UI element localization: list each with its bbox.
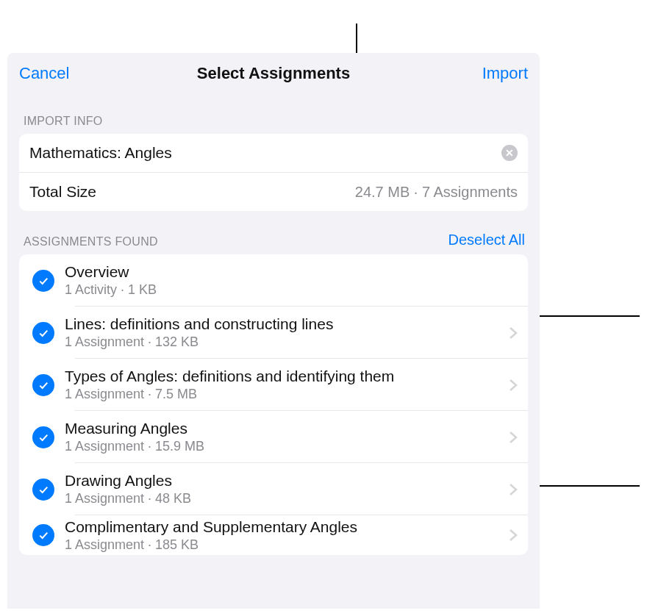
- list-item-subtitle: 1 Assignment · 48 KB: [65, 491, 503, 506]
- checkmark-icon[interactable]: [32, 374, 54, 396]
- chevron-right-icon: [509, 483, 518, 496]
- list-item[interactable]: Measuring Angles 1 Assignment · 15.9 MB: [19, 411, 528, 463]
- list-item-title: Drawing Angles: [65, 472, 503, 490]
- checkmark-icon[interactable]: [32, 426, 54, 448]
- assignments-list: Overview 1 Activity · 1 KB Lines: defini…: [19, 254, 528, 555]
- cancel-button[interactable]: Cancel: [19, 64, 69, 83]
- list-item-title: Types of Angles: definitions and identif…: [65, 368, 503, 385]
- select-assignments-panel: Cancel Select Assignments Import IMPORT …: [7, 53, 540, 609]
- checkmark-icon[interactable]: [32, 524, 54, 546]
- list-item[interactable]: Lines: definitions and constructing line…: [19, 307, 528, 359]
- list-item-subtitle: 1 Assignment · 185 KB: [65, 537, 503, 553]
- navbar: Cancel Select Assignments Import: [7, 53, 540, 94]
- list-item[interactable]: Overview 1 Activity · 1 KB: [19, 254, 528, 307]
- list-item[interactable]: Drawing Angles 1 Assignment · 48 KB: [19, 463, 528, 515]
- total-size-value: 24.7 MB · 7 Assignments: [355, 184, 518, 201]
- list-item-title: Complimentary and Supplementary Angles: [65, 518, 503, 536]
- list-item-title: Lines: definitions and constructing line…: [65, 315, 503, 333]
- list-item-subtitle: 1 Assignment · 7.5 MB: [65, 387, 503, 402]
- list-item[interactable]: Complimentary and Supplementary Angles 1…: [19, 515, 528, 555]
- list-item-subtitle: 1 Assignment · 15.9 MB: [65, 439, 503, 454]
- list-item-text: Drawing Angles 1 Assignment · 48 KB: [65, 472, 503, 506]
- chevron-right-icon: [509, 431, 518, 444]
- clear-name-icon[interactable]: [501, 145, 518, 161]
- import-name-value: Mathematics: Angles: [29, 144, 172, 162]
- list-item-subtitle: 1 Activity · 1 KB: [65, 282, 518, 298]
- checkmark-icon[interactable]: [32, 479, 54, 501]
- page-title: Select Assignments: [197, 64, 350, 83]
- chevron-right-icon: [509, 529, 518, 542]
- checkmark-icon[interactable]: [32, 322, 54, 344]
- total-size-row: Total Size 24.7 MB · 7 Assignments: [19, 173, 528, 211]
- assignments-header-label: ASSIGNMENTS FOUND: [24, 235, 158, 248]
- list-item-text: Overview 1 Activity · 1 KB: [65, 263, 518, 298]
- import-info-header: IMPORT INFO: [7, 94, 540, 134]
- list-item-subtitle: 1 Assignment · 132 KB: [65, 334, 503, 350]
- checkmark-icon[interactable]: [32, 270, 54, 292]
- list-item-text: Types of Angles: definitions and identif…: [65, 368, 503, 402]
- list-item-title: Overview: [65, 263, 518, 281]
- total-size-label: Total Size: [29, 183, 96, 201]
- deselect-all-button[interactable]: Deselect All: [448, 232, 526, 248]
- chevron-right-icon: [509, 326, 518, 340]
- import-button[interactable]: Import: [482, 64, 528, 83]
- import-info-card: Mathematics: Angles Total Size 24.7 MB ·…: [19, 134, 528, 211]
- list-item-title: Measuring Angles: [65, 420, 503, 437]
- list-item-text: Lines: definitions and constructing line…: [65, 315, 503, 350]
- chevron-right-icon: [509, 379, 518, 392]
- list-item-text: Complimentary and Supplementary Angles 1…: [65, 518, 503, 553]
- import-name-row[interactable]: Mathematics: Angles: [19, 134, 528, 173]
- assignments-header: ASSIGNMENTS FOUND Deselect All: [7, 211, 540, 254]
- list-item[interactable]: Types of Angles: definitions and identif…: [19, 359, 528, 411]
- list-item-text: Measuring Angles 1 Assignment · 15.9 MB: [65, 420, 503, 454]
- screenshot-canvas: Cancel Select Assignments Import IMPORT …: [0, 0, 672, 616]
- import-info-header-label: IMPORT INFO: [24, 115, 103, 128]
